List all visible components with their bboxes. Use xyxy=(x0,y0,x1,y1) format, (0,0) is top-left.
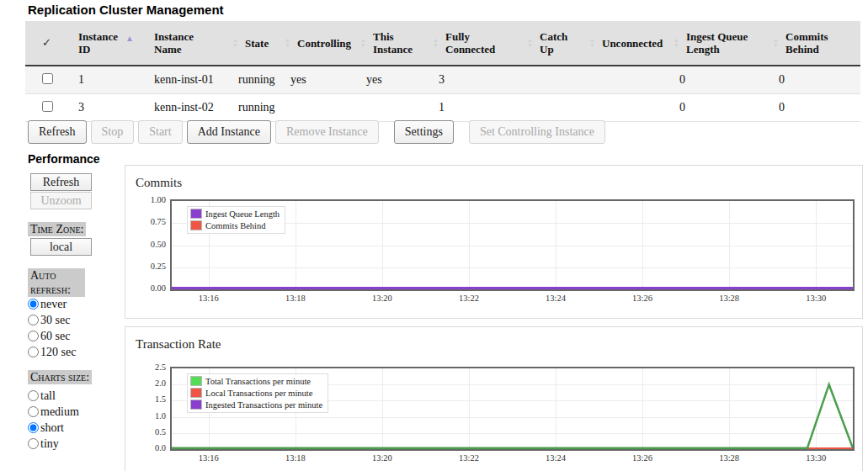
column-header-commits_behind[interactable]: ▲ ▼Commits Behind xyxy=(772,21,860,66)
column-header-catch_up[interactable]: ▲ ▼Catch Up xyxy=(526,21,588,66)
column-header-label: Catch Up xyxy=(540,30,567,56)
start-button[interactable]: Start xyxy=(138,120,182,144)
refresh-button[interactable]: Refresh xyxy=(28,120,87,144)
legend-label: Commits Behind xyxy=(205,221,265,230)
cell-unconnected xyxy=(588,66,673,94)
sort-arrows-icon: ▲ ▼ xyxy=(589,38,595,48)
column-header-controlling[interactable]: ▲ ▼Controlling xyxy=(284,21,359,66)
radio-charts-size-short[interactable] xyxy=(28,422,39,433)
time-zone-button[interactable]: local xyxy=(30,238,92,256)
instances-table-wrap: ✓Instance ID▲Instance Name▲ ▼State▲ ▼Con… xyxy=(25,21,860,122)
column-header-unconnected[interactable]: ▲ ▼Unconnected xyxy=(588,21,673,66)
y-tick-label: 2.0 xyxy=(132,378,166,388)
table-row: 1kenn-inst-01runningyesyes300 xyxy=(25,66,860,94)
transaction-rate-chart-title: Transaction Rate xyxy=(136,337,221,352)
legend-swatch xyxy=(190,400,202,410)
cluster-toolbar: RefreshStopStartAdd InstanceRemove Insta… xyxy=(28,120,610,144)
legend-swatch xyxy=(190,376,202,386)
add-instance-button[interactable]: Add Instance xyxy=(187,120,271,144)
row-checkbox[interactable] xyxy=(42,101,53,112)
cell-this_instance xyxy=(359,94,432,122)
page-title: Replication Cluster Management xyxy=(28,3,224,17)
set-controlling-instance-button[interactable]: Set Controlling Instance xyxy=(469,120,605,144)
stop-button[interactable]: Stop xyxy=(91,120,135,144)
legend-entry: Ingested Transactions per minute xyxy=(190,399,322,410)
chart-legend: Total Transactions per minuteLocal Trans… xyxy=(187,373,328,413)
transaction-rate-chart-panel: Transaction Rate Total Transactions per … xyxy=(125,326,863,471)
column-header-label: Commits Behind xyxy=(785,30,828,56)
sort-arrows-icon: ▲ ▼ xyxy=(232,38,238,48)
y-tick-label: 0.50 xyxy=(132,240,166,249)
column-header-select: ✓ xyxy=(25,21,72,66)
row-checkbox[interactable] xyxy=(42,73,53,84)
sort-arrows-icon: ▲ ▼ xyxy=(674,38,679,48)
charts-size-label: Charts size: xyxy=(28,370,92,384)
radio-auto-refresh-never[interactable] xyxy=(28,299,39,310)
column-header-this_instance[interactable]: ▲ ▼This Instance xyxy=(359,21,432,66)
radio-row: never xyxy=(28,296,76,312)
row-select-cell xyxy=(25,94,72,122)
radio-label-30-sec[interactable]: 30 sec xyxy=(40,314,70,327)
x-tick-label: 13:18 xyxy=(274,294,317,303)
radio-row: tall xyxy=(28,388,79,404)
sort-arrows-icon: ▲ ▼ xyxy=(773,38,779,48)
y-tick-label: 2.5 xyxy=(132,363,166,372)
cell-catch_up xyxy=(526,66,588,94)
x-tick-label: 13:30 xyxy=(795,294,837,303)
commits-plot[interactable]: Ingest Queue LengthCommits Behind xyxy=(170,199,855,291)
column-header-instance_name[interactable]: Instance Name xyxy=(147,21,232,66)
radio-row: short xyxy=(28,420,79,436)
y-tick-label: 1.0 xyxy=(132,411,166,421)
radio-label-medium[interactable]: medium xyxy=(40,405,79,419)
settings-button[interactable]: Settings xyxy=(394,120,454,144)
performance-refresh-button[interactable]: Refresh xyxy=(30,173,92,191)
column-header-ingest_queue_length[interactable]: ▲ ▼Ingest Queue Length xyxy=(673,21,772,66)
y-tick-label: 0.75 xyxy=(132,217,166,226)
radio-charts-size-tiny[interactable] xyxy=(28,438,39,449)
x-tick-label: 13:16 xyxy=(188,453,230,463)
cell-instance_name: kenn-inst-01 xyxy=(147,66,232,94)
cell-commits_behind: 0 xyxy=(772,66,860,94)
column-header-fully_connected[interactable]: ▲ ▼Fully Connected xyxy=(432,21,526,66)
x-tick-label: 13:22 xyxy=(448,294,490,303)
radio-auto-refresh-30-sec[interactable] xyxy=(28,315,39,325)
cell-controlling: yes xyxy=(284,66,359,94)
legend-label: Ingested Transactions per minute xyxy=(205,400,322,410)
radio-label-never[interactable]: never xyxy=(40,298,67,311)
radio-label-tiny[interactable]: tiny xyxy=(40,437,59,451)
cell-instance_name: kenn-inst-02 xyxy=(147,94,232,122)
radio-auto-refresh-60-sec[interactable] xyxy=(28,331,39,341)
legend-swatch xyxy=(190,209,202,219)
column-header-state[interactable]: ▲ ▼State xyxy=(232,21,284,66)
unzoom-button[interactable]: Unzoom xyxy=(30,192,92,209)
x-tick-label: 13:18 xyxy=(274,453,317,463)
radio-charts-size-medium[interactable] xyxy=(28,406,39,417)
radio-label-short[interactable]: short xyxy=(40,421,64,435)
table-header-row: ✓Instance ID▲Instance Name▲ ▼State▲ ▼Con… xyxy=(25,21,860,66)
x-tick-label: 13:16 xyxy=(188,294,230,303)
radio-label-tall[interactable]: tall xyxy=(40,389,56,403)
column-header-label: State xyxy=(245,37,269,50)
column-header-label: Ingest Queue Length xyxy=(686,30,748,56)
column-header-label: This Instance xyxy=(373,30,413,56)
cell-unconnected xyxy=(588,94,673,122)
performance-heading: Performance xyxy=(28,152,100,166)
cell-instance_id: 1 xyxy=(72,66,147,94)
transaction-rate-plot[interactable]: Total Transactions per minuteLocal Trans… xyxy=(170,367,855,451)
y-tick-label: 1.5 xyxy=(132,394,166,404)
radio-row: tiny xyxy=(28,436,79,452)
radio-charts-size-tall[interactable] xyxy=(28,390,39,401)
legend-swatch xyxy=(190,388,202,398)
remove-instance-button[interactable]: Remove Instance xyxy=(275,120,379,144)
commits-chart-panel: Commits Ingest Queue LengthCommits Behin… xyxy=(125,165,863,319)
radio-auto-refresh-120-sec[interactable] xyxy=(28,347,39,357)
radio-row: 60 sec xyxy=(28,328,76,344)
legend-swatch xyxy=(190,220,202,230)
radio-label-60-sec[interactable]: 60 sec xyxy=(40,330,70,343)
cell-ingest_queue_length: 0 xyxy=(673,66,772,94)
column-header-instance_id[interactable]: Instance ID▲ xyxy=(72,21,147,66)
x-tick-label: 13:28 xyxy=(708,294,750,303)
radio-label-120-sec[interactable]: 120 sec xyxy=(40,346,76,359)
cell-instance_id: 3 xyxy=(72,94,147,122)
sort-asc-icon: ▲ xyxy=(125,34,134,43)
